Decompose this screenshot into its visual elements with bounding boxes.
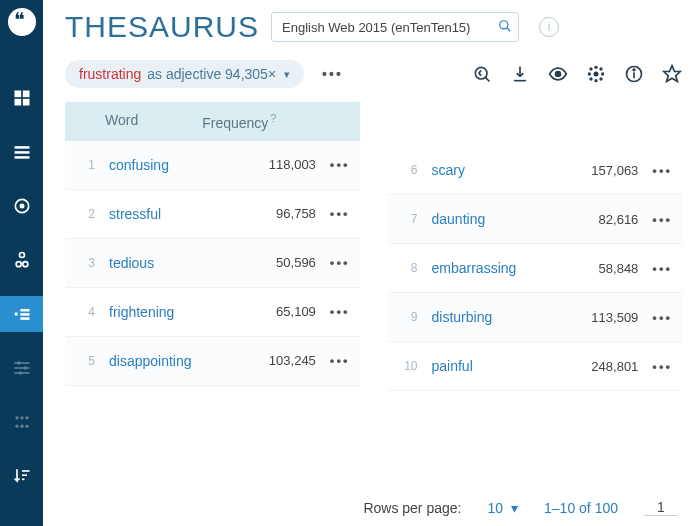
word-link[interactable]: scary <box>432 162 567 178</box>
word-link[interactable]: stressful <box>109 206 244 222</box>
sidebar <box>0 0 43 526</box>
svg-point-43 <box>599 67 602 70</box>
rank: 9 <box>400 310 418 324</box>
svg-point-41 <box>601 72 604 75</box>
svg-point-36 <box>556 72 561 77</box>
chip-more-menu[interactable]: ••• <box>322 66 343 82</box>
svg-rect-14 <box>20 313 29 316</box>
search-back-icon <box>472 64 492 84</box>
query-chip[interactable]: frustrating as adjective 94,305× ▾ <box>65 60 304 88</box>
svg-point-39 <box>594 79 597 82</box>
rank: 10 <box>400 359 418 373</box>
go-to-search-button[interactable] <box>472 64 492 84</box>
rank: 3 <box>77 256 95 270</box>
svg-marker-49 <box>664 66 681 82</box>
svg-point-9 <box>19 253 24 258</box>
svg-rect-6 <box>14 156 29 159</box>
app-logo-icon <box>8 8 36 36</box>
main-area: THESAURUS English Web 2015 (enTenTen15) … <box>43 0 700 526</box>
table-row: 10 painful 248,801 ••• <box>388 342 683 391</box>
rows-per-page-label: Rows per page: <box>363 500 461 516</box>
page-input[interactable]: 1 <box>644 499 678 516</box>
svg-point-45 <box>599 77 602 80</box>
row-more-menu[interactable]: ••• <box>330 157 350 172</box>
visualize-button[interactable] <box>586 64 606 84</box>
page-title: THESAURUS <box>65 10 259 44</box>
star-icon <box>662 64 682 84</box>
table-row: 7 daunting 82,616 ••• <box>388 195 683 244</box>
sort-desc-icon <box>12 466 32 486</box>
svg-rect-13 <box>20 309 29 312</box>
sidebar-item-sort[interactable] <box>0 458 43 494</box>
corpus-selector[interactable]: English Web 2015 (enTenTen15) <box>271 12 519 42</box>
table-row: 6 scary 157,063 ••• <box>388 146 683 195</box>
svg-rect-28 <box>22 470 30 472</box>
results-column-right: 6 scary 157,063 ••• 7 daunting 82,616 ••… <box>388 146 683 391</box>
row-more-menu[interactable]: ••• <box>652 163 672 178</box>
row-more-menu[interactable]: ••• <box>652 212 672 227</box>
results-column-left: Word Frequency? 1 confusing 118,003 ••• … <box>65 102 360 391</box>
svg-rect-1 <box>22 91 29 98</box>
svg-line-32 <box>507 27 511 31</box>
row-more-menu[interactable]: ••• <box>330 255 350 270</box>
table-header: Word Frequency? <box>65 102 360 141</box>
svg-line-34 <box>485 77 489 81</box>
svg-point-12 <box>14 312 17 315</box>
row-more-menu[interactable]: ••• <box>652 261 672 276</box>
help-button[interactable] <box>624 64 644 84</box>
svg-point-27 <box>25 425 28 428</box>
svg-point-31 <box>500 20 508 28</box>
info-icon[interactable]: i <box>539 17 559 37</box>
word-link[interactable]: confusing <box>109 157 244 173</box>
svg-rect-0 <box>14 91 21 98</box>
cluster-icon <box>586 64 606 84</box>
table-row: 2 stressful 96,758 ••• <box>65 190 360 239</box>
row-more-menu[interactable]: ••• <box>330 304 350 319</box>
download-button[interactable] <box>510 64 530 84</box>
word-link[interactable]: tedious <box>109 255 244 271</box>
word-link[interactable]: painful <box>432 358 567 374</box>
svg-point-21 <box>18 371 21 374</box>
freq-value: 248,801 <box>566 359 638 374</box>
row-more-menu[interactable]: ••• <box>330 353 350 368</box>
svg-rect-3 <box>22 99 29 106</box>
view-button[interactable] <box>548 64 568 84</box>
sidebar-item-thesaurus[interactable] <box>0 296 43 332</box>
range-label: 1–10 of 100 <box>544 500 618 516</box>
word-link[interactable]: daunting <box>432 211 567 227</box>
svg-rect-15 <box>20 317 29 320</box>
row-more-menu[interactable]: ••• <box>330 206 350 221</box>
rows-per-page-select[interactable]: 10 ▾ <box>487 500 518 516</box>
sidebar-item-diff[interactable] <box>0 242 43 278</box>
chevron-down-icon: ▾ <box>284 68 290 81</box>
sidebar-item-target[interactable] <box>0 188 43 224</box>
sidebar-item-list[interactable] <box>0 134 43 170</box>
search-icon <box>498 19 512 36</box>
favorite-button[interactable] <box>662 64 682 84</box>
list-icon <box>12 142 32 162</box>
word-link[interactable]: disappointing <box>109 353 244 369</box>
query-word: frustrating <box>79 66 141 82</box>
svg-point-22 <box>15 416 18 419</box>
help-icon[interactable]: ? <box>270 112 276 124</box>
word-link[interactable]: disturbing <box>432 309 567 325</box>
freq-value: 50,596 <box>244 255 316 270</box>
svg-rect-2 <box>14 99 21 106</box>
svg-point-26 <box>20 425 23 428</box>
sidebar-item-ngrams[interactable] <box>0 404 43 440</box>
table-row: 5 disappointing 103,245 ••• <box>65 337 360 386</box>
word-link[interactable]: embarrassing <box>432 260 567 276</box>
row-more-menu[interactable]: ••• <box>652 310 672 325</box>
rank: 6 <box>400 163 418 177</box>
word-link[interactable]: frightening <box>109 304 244 320</box>
row-more-menu[interactable]: ••• <box>652 359 672 374</box>
table-row: 3 tedious 50,596 ••• <box>65 239 360 288</box>
sidebar-item-keywords[interactable] <box>0 350 43 386</box>
svg-point-20 <box>23 366 26 369</box>
dashboard-icon <box>12 88 32 108</box>
rank: 5 <box>77 354 95 368</box>
corpus-name: English Web 2015 (enTenTen15) <box>282 20 498 35</box>
thesaurus-icon <box>12 304 32 324</box>
svg-point-33 <box>475 67 487 79</box>
sidebar-item-dashboard[interactable] <box>0 80 43 116</box>
